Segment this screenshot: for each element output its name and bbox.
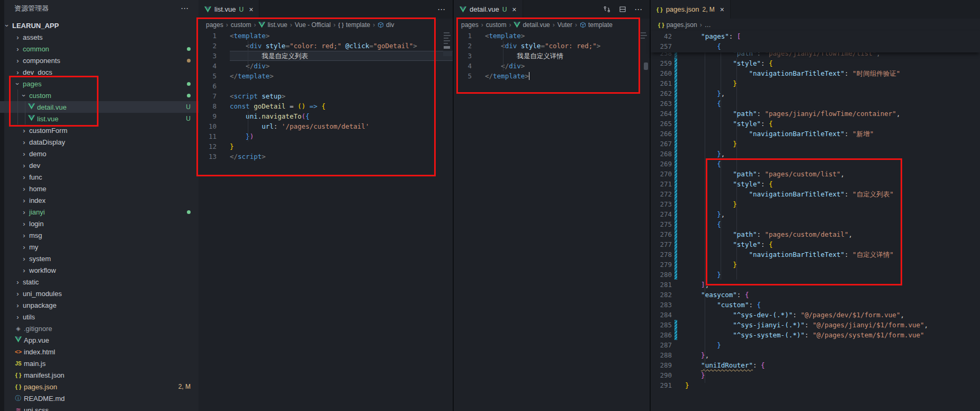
code-line-260[interactable]: 260 "navigationBarTitleText": "时间组件验证" bbox=[651, 68, 980, 78]
code-editor-list-vue[interactable]: 1<template>2 <div style="color: red;" @c… bbox=[199, 31, 453, 411]
tree-item-msg[interactable]: ›msg bbox=[0, 229, 199, 241]
minimap[interactable] bbox=[640, 31, 649, 39]
code-line-6[interactable]: 6 bbox=[199, 81, 453, 91]
code-line-273[interactable]: 273 } bbox=[651, 199, 980, 209]
tab-list-vue[interactable]: list.vueU× bbox=[199, 0, 259, 19]
breadcrumb-segment[interactable]: { }pages.json bbox=[658, 21, 697, 29]
tree-item-customForm[interactable]: ›customForm bbox=[0, 124, 199, 136]
tree-item-home[interactable]: ›home bbox=[0, 183, 199, 194]
code-line-284[interactable]: 284 "^sys-dev-(.*)": "@/pages/dev/$1/for… bbox=[651, 310, 980, 320]
code-line-290[interactable]: 290 } bbox=[651, 370, 980, 380]
tab-detail-vue[interactable]: detail.vueU× bbox=[454, 0, 523, 19]
close-icon[interactable]: × bbox=[512, 5, 516, 14]
code-line-264[interactable]: 264 "path": "pages/jianyi/flowTime/conta… bbox=[651, 109, 980, 119]
code-line-274[interactable]: 274 }, bbox=[651, 209, 980, 219]
tree-item-App.vue[interactable]: App.vue bbox=[0, 334, 199, 346]
tree-item-utils[interactable]: ›utils bbox=[0, 311, 199, 323]
code-line-282[interactable]: 282 "easycom": { bbox=[651, 290, 980, 300]
tree-item-func[interactable]: ›func bbox=[0, 171, 199, 183]
code-line-262[interactable]: 262 }, bbox=[651, 88, 980, 99]
code-line-263[interactable]: 263 { bbox=[651, 99, 980, 109]
close-icon[interactable]: × bbox=[720, 5, 724, 14]
breadcrumb-segment[interactable]: custom bbox=[486, 21, 507, 29]
tree-item-index.html[interactable]: <>index.html bbox=[0, 346, 199, 358]
sticky-scroll[interactable]: 42 "pages": [257 { bbox=[651, 31, 980, 52]
tree-item-pages[interactable]: ›pages bbox=[0, 78, 199, 90]
code-line-259[interactable]: 259 "style": { bbox=[651, 58, 980, 68]
code-line-7[interactable]: 7<script setup> bbox=[199, 91, 453, 101]
scrollbar-slider[interactable] bbox=[644, 62, 648, 70]
code-line-278[interactable]: 278 "navigationBarTitleText": "自定义详情" bbox=[651, 249, 980, 260]
code-line-11[interactable]: 11 }) bbox=[199, 131, 453, 141]
tree-item-common[interactable]: ›common bbox=[0, 43, 199, 55]
breadcrumb-segment[interactable]: { }template bbox=[338, 21, 370, 29]
close-icon[interactable]: × bbox=[249, 5, 253, 14]
code-line-2[interactable]: 2 <div style="color: red;" @click="goDet… bbox=[199, 41, 453, 51]
code-line-1[interactable]: 1<template> bbox=[199, 31, 453, 41]
code-line-291[interactable]: 291} bbox=[651, 380, 980, 390]
breadcrumb-segment[interactable]: detail.vue bbox=[514, 21, 550, 29]
code-line-261[interactable]: 261 } bbox=[651, 78, 980, 88]
code-line-5[interactable]: 5</template> bbox=[454, 71, 650, 81]
code-line-287[interactable]: 287 } bbox=[651, 340, 980, 350]
code-line-12[interactable]: 12} bbox=[199, 141, 453, 151]
tree-item-.gitignore[interactable]: ◈.gitignore bbox=[0, 323, 199, 334]
code-line-42[interactable]: 42 "pages": [ bbox=[651, 31, 980, 41]
tree-item-main.js[interactable]: JSmain.js bbox=[0, 358, 199, 369]
tree-item-README.md[interactable]: ⓘREADME.md bbox=[0, 392, 199, 404]
tree-item-pages.json[interactable]: { }pages.json2, M bbox=[0, 381, 199, 392]
minimap-slider[interactable] bbox=[444, 46, 450, 49]
code-line-268[interactable]: 268 }, bbox=[651, 149, 980, 159]
code-line-280[interactable]: 280 } bbox=[651, 270, 980, 280]
code-editor-pages-json[interactable]: 258 "path": "pages/jianyi/flowTime/list"… bbox=[651, 48, 980, 411]
tree-item-dataDisplay[interactable]: ›dataDisplay bbox=[0, 136, 199, 148]
code-line-266[interactable]: 266 "navigationBarTitleText": "新增" bbox=[651, 129, 980, 139]
code-line-10[interactable]: 10 url: '/pages/custom/detail' bbox=[199, 121, 453, 131]
code-line-289[interactable]: 289 "uniIdRouter": { bbox=[651, 360, 980, 370]
tree-item-list.vue[interactable]: list.vueU bbox=[0, 113, 199, 124]
tree-item-custom[interactable]: ›custom bbox=[0, 90, 199, 101]
tree-item-static[interactable]: ›static bbox=[0, 276, 199, 288]
breadcrumb-segment[interactable]: Vue - Official bbox=[295, 21, 331, 29]
tree-item-dev[interactable]: ›dev bbox=[0, 159, 199, 171]
code-line-286[interactable]: 286 "^sys-system-(.*)": "@/pages/system/… bbox=[651, 330, 980, 340]
code-editor-detail-vue[interactable]: 1<template>2 <div style="color: red;">3 … bbox=[454, 31, 650, 411]
code-line-272[interactable]: 272 "navigationBarTitleText": "自定义列表" bbox=[651, 189, 980, 199]
breadcrumb-segment[interactable]: pages bbox=[206, 21, 223, 29]
code-line-269[interactable]: 269 { bbox=[651, 159, 980, 169]
code-line-267[interactable]: 267 } bbox=[651, 139, 980, 149]
code-line-277[interactable]: 277 "style": { bbox=[651, 239, 980, 249]
code-line-288[interactable]: 288 }, bbox=[651, 350, 980, 360]
code-line-13[interactable]: 13</script> bbox=[199, 151, 453, 162]
tree-item-login[interactable]: ›login bbox=[0, 218, 199, 229]
tree-item-uni.scss[interactable]: ≋uni.scss bbox=[0, 404, 199, 411]
code-line-5[interactable]: 5</template> bbox=[199, 71, 453, 81]
tree-item-manifest.json[interactable]: { }manifest.json bbox=[0, 369, 199, 381]
tree-item-demo[interactable]: ›demo bbox=[0, 148, 199, 159]
code-line-2[interactable]: 2 <div style="color: red;"> bbox=[454, 41, 650, 51]
tree-item-detail.vue[interactable]: detail.vueU bbox=[0, 101, 199, 113]
minimap[interactable] bbox=[443, 31, 452, 56]
code-line-285[interactable]: 285 "^sys-jianyi-(.*)": "@/pages/jianyi/… bbox=[651, 320, 980, 330]
code-line-281[interactable]: 281 ], bbox=[651, 280, 980, 290]
code-line-4[interactable]: 4 </div> bbox=[454, 61, 650, 71]
code-line-276[interactable]: 276 "path": "pages/custom/detail", bbox=[651, 229, 980, 239]
code-line-283[interactable]: 283 "custom": { bbox=[651, 300, 980, 310]
code-line-279[interactable]: 279 } bbox=[651, 260, 980, 270]
tree-item-system[interactable]: ›system bbox=[0, 253, 199, 264]
tree-item-dev_docs[interactable]: ›dev_docs bbox=[0, 66, 199, 78]
tree-item-index[interactable]: ›index bbox=[0, 194, 199, 206]
code-line-9[interactable]: 9 uni.navigateTo({ bbox=[199, 111, 453, 121]
tree-item-my[interactable]: ›my bbox=[0, 241, 199, 253]
code-line-271[interactable]: 271 "style": { bbox=[651, 179, 980, 189]
breadcrumb-segment[interactable]: template bbox=[580, 21, 613, 29]
code-line-1[interactable]: 1<template> bbox=[454, 31, 650, 41]
tree-item-components[interactable]: ›components bbox=[0, 55, 199, 66]
breadcrumb-segment[interactable]: … bbox=[705, 21, 711, 29]
code-line-8[interactable]: 8const goDetail = () => { bbox=[199, 101, 453, 111]
breadcrumb-segment[interactable]: div bbox=[377, 21, 394, 29]
tree-item-assets[interactable]: ›assets bbox=[0, 31, 199, 43]
breadcrumb-segment[interactable]: list.vue bbox=[258, 21, 287, 29]
code-line-3[interactable]: 3 我是自定义列表 bbox=[199, 51, 453, 61]
breadcrumb-segment[interactable]: custom bbox=[231, 21, 251, 29]
